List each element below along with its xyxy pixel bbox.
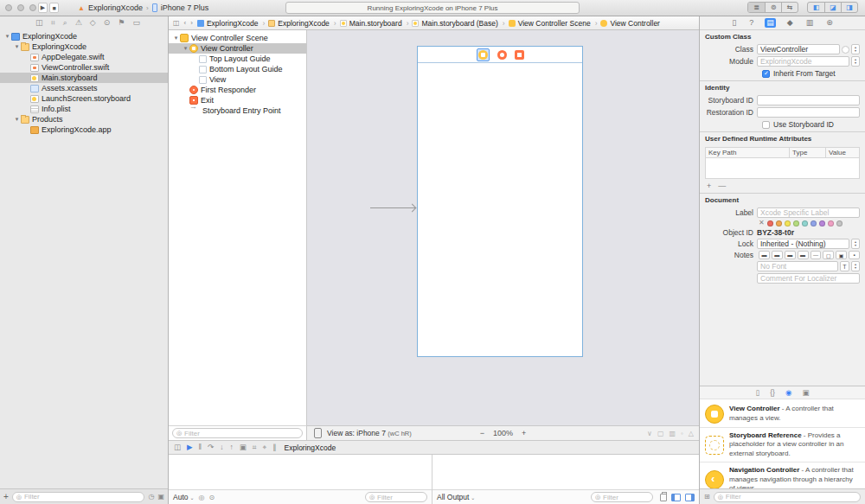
add-runtime-attribute-button[interactable]: + [707,182,711,190]
hide-debug-area-button[interactable]: ◫ [174,443,181,451]
selected-icon-highlight[interactable] [477,48,490,61]
find-navigator-icon[interactable]: ⌕ [63,19,67,27]
view-controller-scene[interactable] [417,46,583,357]
symbol-navigator-icon[interactable]: ⌗ [51,19,55,27]
step-over-button[interactable]: ↷ [208,443,214,451]
view-as-label[interactable]: View as: iPhone 7 (wC hR) [327,429,412,437]
remove-runtime-attribute-button[interactable]: — [718,182,726,190]
storyboard-entry-point-arrow[interactable] [370,203,416,212]
class-clear-icon[interactable] [842,46,849,54]
minimize-button[interactable] [17,4,24,11]
outline-scene[interactable]: ▾ View Controller Scene [169,33,306,43]
color-swatch[interactable] [802,220,808,226]
variables-filter-input[interactable] [377,494,423,501]
assistant-editor-button[interactable]: ⊚ [765,3,781,12]
outline-view-controller[interactable]: ▾ View Controller [169,43,306,54]
issue-navigator-icon[interactable]: ⚠ [75,19,82,27]
runtime-attributes-table[interactable] [705,158,860,179]
disclosure-triangle[interactable]: ▾ [3,33,11,40]
use-storyboard-id-checkbox[interactable] [762,121,770,129]
report-navigator-icon[interactable]: ▭ [132,19,140,27]
object-library-icon[interactable]: ◉ [785,389,791,397]
outline-filter-input[interactable] [184,430,298,437]
grid-view-icon[interactable]: ⊞ [704,493,710,501]
color-swatch[interactable] [776,220,782,226]
notes-style-button[interactable]: ▪ [849,251,860,259]
resolve-auto-layout-icon[interactable]: △ [689,430,694,437]
standard-editor-button[interactable]: ≣ [748,3,765,12]
font-stepper[interactable] [851,261,860,271]
crumb-scene[interactable]: View Controller Scene [503,19,591,28]
notes-style-button[interactable]: ▬ [785,251,796,259]
class-popup-button[interactable] [851,44,860,54]
color-swatch[interactable] [767,220,773,226]
identity-inspector-icon[interactable]: ▤ [765,18,776,28]
add-file-button[interactable]: + [3,492,9,501]
outline-first-responder[interactable]: First Responder [169,85,306,95]
navigator-filter-input[interactable] [24,493,141,501]
color-none-swatch[interactable]: ✕ [759,220,765,226]
console-filter-input[interactable] [603,494,649,501]
device-configuration-icon[interactable] [314,428,322,438]
view-controller-icon[interactable] [478,50,488,60]
view-controller-view[interactable] [418,63,582,356]
size-inspector-icon[interactable]: ▥ [804,18,816,28]
simulate-location-button[interactable]: ⌖ [263,443,267,451]
test-navigator-icon[interactable]: ◇ [90,19,96,27]
nav-item-app[interactable]: ExploringXcode.app [0,124,168,135]
variables-scope-popup[interactable]: Auto⌄ [173,493,195,501]
lock-popup-button[interactable] [851,239,860,249]
zoom-button[interactable] [29,4,36,11]
inherit-from-target-checkbox[interactable] [762,70,770,78]
pin-icon[interactable]: ◦ [681,430,683,437]
version-editor-button[interactable]: ⇆ [781,3,798,12]
run-button[interactable]: ▶ [38,3,48,13]
storyboard-canvas[interactable] [307,30,699,425]
notes-style-button[interactable]: — [811,251,822,259]
file-template-library-icon[interactable]: ▯ [756,389,760,397]
outline-top-layout-guide[interactable]: Top Layout Guide [169,54,306,64]
library-item-navigation-controller[interactable]: Navigation Controller - A controller tha… [700,463,865,488]
nav-item-infoplist[interactable]: Info.plist [0,104,168,114]
console-view[interactable]: All Output⌄ ◎ [432,455,699,504]
align-icon[interactable]: ▥ [669,430,676,437]
color-swatch[interactable] [819,220,825,226]
notes-style-button[interactable]: ▬ [798,251,809,259]
file-inspector-icon[interactable]: ▯ [730,18,738,28]
library-item-view-controller[interactable]: View Controller - A controller that mana… [700,400,865,428]
library-filter-input[interactable] [726,493,856,501]
crumb-group[interactable]: ExploringXcode [262,19,329,28]
stop-button[interactable]: ■ [49,3,59,13]
console-scope-popup[interactable]: All Output⌄ [437,493,475,501]
toggle-utilities-button[interactable]: ◨ [841,3,857,12]
color-swatch[interactable] [836,220,843,226]
outline-exit[interactable]: Exit [169,95,306,105]
quick-help-inspector-icon[interactable]: ? [747,18,755,28]
related-items-icon[interactable]: ◫ [173,19,180,27]
nav-item-appdelegate[interactable]: AppDelegate.swift [0,52,168,62]
first-responder-icon[interactable] [497,50,507,60]
document-label-field[interactable] [757,207,860,218]
toggle-debug-area-button[interactable]: ◪ [824,3,841,12]
close-button[interactable] [5,4,12,11]
nav-item-viewcontroller[interactable]: ViewController.swift [0,62,168,73]
font-text-button[interactable]: T [840,261,849,271]
notes-style-button[interactable]: ▬ [772,251,783,259]
localizer-comment-field[interactable] [757,273,860,284]
crumb-storyboard[interactable]: Main.storyboard [334,19,402,28]
code-snippet-library-icon[interactable]: {} [770,389,775,397]
breakpoints-toggle-button[interactable]: ▶ [187,443,193,451]
toggle-console-view-icon[interactable] [685,494,695,501]
step-out-button[interactable]: ↑ [229,443,233,451]
attributes-inspector-icon[interactable]: ◆ [785,18,795,28]
source-control-status-icon[interactable]: ▣ [157,493,164,501]
connections-inspector-icon[interactable]: ⊛ [824,18,835,28]
breakpoint-navigator-icon[interactable]: ⚑ [118,19,125,27]
outline-entry-point[interactable]: Storyboard Entry Point [169,105,306,116]
class-field[interactable] [757,44,840,54]
zoom-level[interactable]: 100% [493,429,513,437]
update-frames-icon[interactable]: ∨ [647,430,652,437]
restoration-id-field[interactable] [757,107,860,118]
disclosure-triangle[interactable]: ▾ [13,43,21,50]
debug-navigator-icon[interactable]: ⊙ [104,19,111,27]
